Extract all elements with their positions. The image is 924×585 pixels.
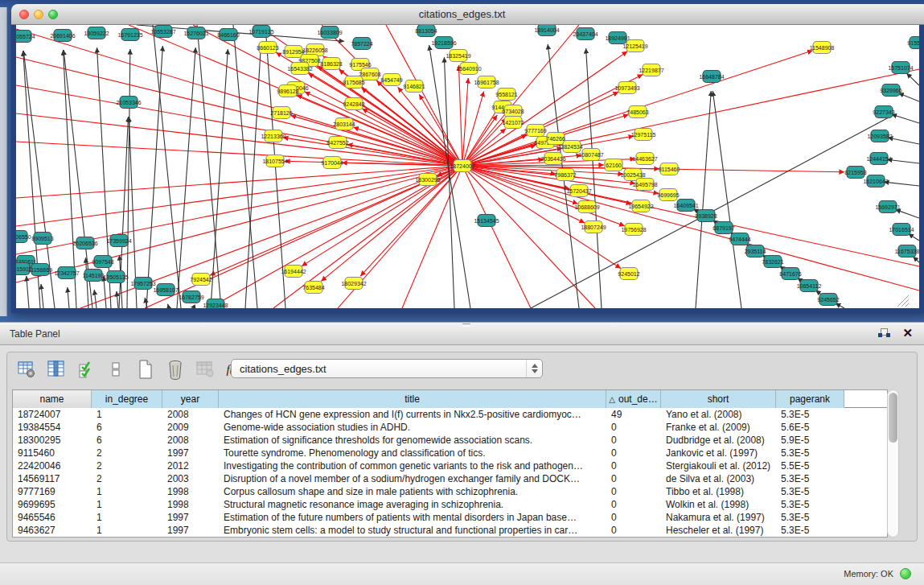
table-cell[interactable]: Yano et al. (2008) — [661, 408, 776, 421]
table-cell[interactable]: 0 — [606, 511, 661, 524]
network-node[interactable]: 8813054 — [415, 25, 437, 37]
network-node[interactable]: 10807487 — [578, 149, 603, 161]
new-table-button[interactable] — [134, 358, 157, 381]
network-node[interactable]: 62160 — [605, 159, 622, 171]
network-node[interactable]: 10688609 — [574, 201, 599, 213]
table-cell[interactable]: Tourette syndrome. Phenomenology and cla… — [219, 447, 606, 459]
network-node[interactable]: 15720437 — [566, 185, 591, 197]
network-node[interactable]: 9329966 — [880, 84, 901, 97]
table-cell[interactable]: Disruption of a novel member of a sodium… — [219, 472, 606, 485]
table-settings-button[interactable] — [15, 358, 38, 381]
network-node[interactable]: 10719135 — [248, 26, 273, 38]
table-cell[interactable]: 9463627 — [13, 524, 92, 537]
table-cell[interactable]: 2 — [92, 459, 162, 472]
table-cell[interactable]: 1 — [92, 408, 162, 421]
table-cell[interactable]: 1998 — [162, 498, 219, 511]
network-node[interactable]: 8938928 — [695, 210, 717, 222]
network-node[interactable]: 18107554 — [262, 155, 287, 167]
network-node[interactable]: 9245012 — [618, 268, 639, 280]
network-node[interactable]: 11675338 — [895, 245, 919, 257]
network-node[interactable]: 18724007 — [450, 160, 474, 172]
network-edge[interactable] — [211, 49, 228, 308]
canvas-resize-grip-icon[interactable] — [897, 295, 909, 307]
table-cell[interactable]: Estimation of significance thresholds fo… — [219, 434, 606, 447]
network-edge[interactable] — [68, 287, 69, 308]
network-node[interactable]: 9115460 — [659, 163, 680, 175]
network-node[interactable]: 9227343 — [873, 106, 894, 118]
network-canvas[interactable]: 2405572420691406130592221679123510553287… — [16, 25, 919, 308]
table-cell[interactable]: 9777169 — [13, 485, 92, 498]
network-node[interactable]: 10654112 — [797, 280, 822, 292]
network-node[interactable]: 8471676 — [779, 268, 801, 280]
network-node[interactable]: 6734028 — [502, 105, 524, 117]
network-edge[interactable] — [892, 114, 919, 123]
table-cell[interactable]: Embryonic stem cells: a model to study s… — [219, 524, 606, 537]
network-node[interactable]: 9155687 — [907, 37, 919, 49]
network-node[interactable]: 7485063 — [626, 106, 648, 118]
network-edge[interactable] — [462, 78, 468, 166]
table-cell[interactable]: de Silva et al. (2003) — [661, 472, 776, 485]
network-node[interactable]: 15134545 — [474, 215, 499, 227]
table-cell[interactable]: 0 — [606, 498, 661, 511]
column-header-short[interactable]: short — [661, 390, 776, 408]
network-node[interactable]: 17957253 — [130, 278, 155, 290]
network-node[interactable]: 8215958 — [844, 167, 866, 179]
network-node[interactable]: 19756928 — [621, 224, 646, 236]
network-node[interactable]: 8909513 — [31, 233, 53, 245]
panel-splitter-grip[interactable] — [462, 323, 470, 327]
network-node[interactable]: 9558121 — [495, 89, 517, 101]
table-cell[interactable]: Wolkin et al. (1998) — [661, 498, 776, 511]
network-node[interactable]: 12093582 — [867, 130, 892, 142]
network-node[interactable]: 6879197 — [713, 222, 734, 234]
network-node[interactable]: 18914004 — [534, 25, 559, 36]
import-table-button[interactable] — [194, 358, 216, 381]
network-node[interactable]: 16961758 — [474, 76, 499, 89]
network-node[interactable]: 7857224 — [351, 38, 372, 50]
table-row[interactable]: 969969511998Structural magnetic resonanc… — [13, 498, 887, 511]
network-node[interactable]: 10553287 — [150, 26, 175, 38]
network-edge[interactable] — [898, 93, 919, 101]
network-edge[interactable] — [696, 91, 711, 308]
table-cell[interactable]: Nakamura et al. (1997) — [661, 511, 776, 524]
network-node[interactable]: 9242848 — [343, 98, 364, 110]
network-node[interactable]: 18029342 — [341, 278, 366, 290]
table-cell[interactable]: 2008 — [162, 434, 219, 447]
table-cell[interactable]: 5.3E-5 — [776, 485, 844, 498]
network-edge[interactable] — [462, 166, 919, 290]
table-cell[interactable]: 18724007 — [13, 408, 92, 421]
network-node[interactable]: 7986372 — [554, 169, 576, 181]
table-row[interactable]: 911546021997Tourette syndrome. Phenomeno… — [13, 447, 887, 459]
network-node[interactable]: 9896128 — [277, 85, 298, 97]
table-cell[interactable]: 19384554 — [13, 421, 92, 434]
table-cell[interactable]: Stergiakouli et al. (2012) — [661, 459, 776, 472]
table-selector-dropdown[interactable]: citations_edges.txt — [231, 359, 543, 378]
table-row[interactable]: 1872400712008Changes of HCN gene express… — [13, 408, 887, 421]
network-node[interactable]: 11156869 — [28, 264, 52, 276]
network-edge[interactable] — [146, 46, 162, 308]
table-cell[interactable]: 0 — [606, 434, 661, 447]
column-header-year[interactable]: year — [162, 390, 219, 408]
table-vertical-scrollbar[interactable] — [887, 389, 899, 538]
network-node[interactable]: 9097548 — [92, 256, 113, 268]
column-header-out_de[interactable]: △out_de… — [606, 390, 661, 408]
network-node[interactable]: 2718126 — [270, 107, 292, 119]
table-cell[interactable]: 9699695 — [13, 498, 92, 511]
network-node[interactable]: 13059222 — [84, 27, 109, 39]
column-header-title[interactable]: title — [219, 390, 606, 408]
network-node[interactable]: 17359924 — [106, 235, 131, 247]
table-row[interactable]: 1830029562008Estimation of significance … — [13, 434, 887, 447]
table-cell[interactable]: 1997 — [162, 511, 219, 524]
delete-table-button[interactable] — [164, 358, 187, 381]
table-cell[interactable]: 0 — [606, 447, 661, 459]
network-edge[interactable] — [888, 138, 919, 144]
network-node[interactable]: 7832621 — [762, 256, 783, 268]
network-edge[interactable] — [913, 257, 919, 262]
table-cell[interactable]: 5.9E-5 — [776, 434, 844, 447]
table-cell[interactable]: 0 — [606, 421, 661, 434]
network-node[interactable]: 10973493 — [614, 82, 639, 94]
network-edge[interactable] — [245, 46, 261, 308]
network-node[interactable]: 21053346 — [116, 97, 141, 109]
table-cell[interactable]: Hescheler et al. (1997) — [661, 524, 776, 537]
network-edge[interactable] — [153, 25, 181, 308]
table-cell[interactable]: 5.3E-5 — [776, 511, 844, 524]
